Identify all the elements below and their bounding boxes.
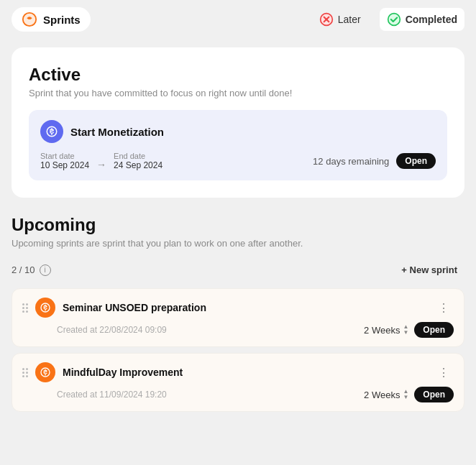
sprints-nav-button[interactable]: Sprints bbox=[12, 7, 91, 32]
list-item-left: MindfulDay Improvement bbox=[22, 362, 183, 382]
sprint-card-dates: Start date 10 Sep 2024 → End date 24 Sep… bbox=[40, 152, 436, 170]
start-date-label: Start date bbox=[40, 152, 89, 160]
weeks-value: 2 Weeks bbox=[364, 390, 400, 400]
active-sprint-title: Start Monetization bbox=[70, 126, 164, 138]
upcoming-title: Upcoming bbox=[12, 215, 464, 235]
more-options-button[interactable]: ⋮ bbox=[434, 364, 454, 381]
list-item-right: ⋮ bbox=[434, 364, 454, 381]
sprints-logo-icon bbox=[22, 11, 37, 27]
weeks-stepper[interactable]: ▲ ▼ bbox=[403, 324, 408, 336]
dates-right: 12 days remaining Open bbox=[313, 153, 436, 169]
later-icon bbox=[319, 12, 334, 27]
bottom-row: Created at 22/08/2024 09:09 2 Weeks ▲ ▼ … bbox=[22, 322, 454, 338]
bottom-row: Created at 11/09/2024 19:20 2 Weeks ▲ ▼ … bbox=[22, 387, 454, 402]
list-item-row: MindfulDay Improvement ⋮ bbox=[22, 362, 454, 382]
list-item-row: Seminar UNSOED preparation ⋮ bbox=[22, 298, 454, 318]
info-icon[interactable]: i bbox=[40, 264, 51, 276]
weeks-down-arrow[interactable]: ▼ bbox=[403, 330, 408, 336]
status-right: 2 Weeks ▲ ▼ Open bbox=[364, 322, 454, 338]
active-subtitle: Sprint that you have committed to focus … bbox=[29, 88, 447, 98]
sprint-list: Seminar UNSOED preparation ⋮ Created at … bbox=[12, 288, 464, 418]
list-item[interactable]: Seminar UNSOED preparation ⋮ Created at … bbox=[12, 288, 464, 347]
completed-label: Completed bbox=[406, 14, 457, 25]
new-sprint-label: + New sprint bbox=[401, 264, 457, 275]
active-title: Active bbox=[29, 65, 447, 85]
list-item-left: Seminar UNSOED preparation bbox=[22, 298, 206, 318]
sprint-status-badge: Open bbox=[414, 322, 454, 338]
active-sprint-icon bbox=[40, 120, 63, 143]
weeks-control[interactable]: 2 Weeks ▲ ▼ bbox=[364, 324, 408, 336]
status-right: 2 Weeks ▲ ▼ Open bbox=[364, 387, 454, 402]
active-status-badge: Open bbox=[396, 153, 436, 169]
weeks-value: 2 Weeks bbox=[364, 325, 400, 336]
active-section: Active Sprint that you have committed to… bbox=[12, 47, 464, 198]
dates-left: Start date 10 Sep 2024 → End date 24 Sep… bbox=[40, 152, 163, 170]
remaining-text: 12 days remaining bbox=[313, 156, 389, 167]
end-date-value: 24 Sep 2024 bbox=[114, 160, 163, 170]
drag-handle[interactable] bbox=[22, 368, 28, 377]
later-nav-button[interactable]: Later bbox=[312, 8, 368, 31]
upcoming-section: Upcoming Upcoming sprints are sprint tha… bbox=[12, 215, 464, 418]
new-sprint-button[interactable]: + New sprint bbox=[394, 260, 464, 280]
completed-icon bbox=[387, 12, 401, 27]
count-row: 2 / 10 i + New sprint bbox=[12, 260, 464, 280]
start-date-group: Start date 10 Sep 2024 bbox=[40, 152, 89, 170]
list-item[interactable]: MindfulDay Improvement ⋮ Created at 11/0… bbox=[12, 353, 464, 412]
list-item-right: ⋮ bbox=[434, 300, 454, 316]
count-info: 2 / 10 i bbox=[12, 264, 51, 276]
upcoming-subtitle: Upcoming sprints are sprint that you pla… bbox=[12, 238, 464, 249]
completed-nav-button[interactable]: Completed bbox=[380, 8, 464, 31]
sprint-list-icon bbox=[35, 298, 55, 318]
more-options-button[interactable]: ⋮ bbox=[434, 300, 454, 316]
later-label: Later bbox=[338, 14, 361, 25]
active-sprint-card[interactable]: Start Monetization Start date 10 Sep 202… bbox=[29, 110, 447, 180]
header: Sprints Later Completed bbox=[0, 0, 476, 39]
weeks-down-arrow[interactable]: ▼ bbox=[403, 395, 408, 400]
created-at: Created at 11/09/2024 19:20 bbox=[57, 390, 167, 400]
drag-handle[interactable] bbox=[22, 303, 28, 313]
sprints-label: Sprints bbox=[43, 14, 81, 26]
created-at: Created at 22/08/2024 09:09 bbox=[57, 325, 167, 335]
header-nav: Later Completed bbox=[312, 8, 464, 31]
arrow-icon: → bbox=[96, 159, 106, 170]
end-date-label: End date bbox=[114, 152, 163, 160]
weeks-control[interactable]: 2 Weeks ▲ ▼ bbox=[364, 389, 408, 400]
sprint-list-icon bbox=[35, 362, 55, 382]
end-date-group: End date 24 Sep 2024 bbox=[114, 152, 163, 170]
start-date-value: 10 Sep 2024 bbox=[40, 160, 89, 170]
sprint-count: 2 / 10 bbox=[12, 264, 35, 275]
sprint-card-header: Start Monetization bbox=[40, 120, 436, 143]
main-content: Active Sprint that you have committed to… bbox=[0, 39, 476, 465]
sprint-status-badge: Open bbox=[414, 387, 454, 402]
sprint-item-title: Seminar UNSOED preparation bbox=[63, 302, 206, 313]
sprint-item-title: MindfulDay Improvement bbox=[63, 367, 183, 378]
weeks-stepper[interactable]: ▲ ▼ bbox=[403, 389, 408, 400]
